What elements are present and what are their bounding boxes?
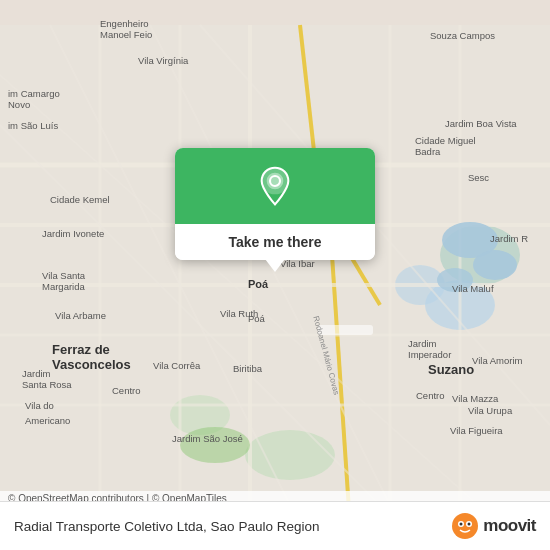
moovit-logo: moovit [451,512,536,540]
svg-point-27 [180,427,250,463]
svg-point-37 [460,523,463,526]
svg-point-38 [468,523,471,526]
take-me-there-button[interactable]: Take me there [175,224,375,260]
moovit-text: moovit [483,516,536,536]
svg-point-1 [245,430,335,480]
bottom-bar: Radial Transporte Coletivo Ltda, Sao Pau… [0,501,550,550]
bottom-bar-text: Radial Transporte Coletivo Ltda, Sao Pau… [14,519,451,534]
svg-point-34 [452,513,478,539]
svg-point-25 [473,250,517,280]
location-popup: Take me there [175,148,375,260]
svg-point-26 [437,268,473,292]
location-pin-icon [255,166,295,206]
map-background [0,0,550,550]
map-container: EngenheiroManoel Feio Vila Virgínia Souz… [0,0,550,550]
popup-header [175,148,375,224]
moovit-icon [451,512,479,540]
svg-rect-30 [318,325,373,335]
